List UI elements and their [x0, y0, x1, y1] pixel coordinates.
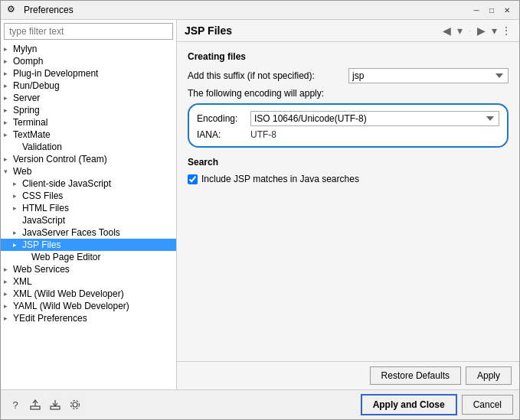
- settings-icon: [69, 399, 81, 411]
- sidebar-item-xml[interactable]: ▸XML: [1, 275, 176, 288]
- encoding-box: Encoding: ISO 10646/Unicode(UTF-8) UTF-8…: [188, 103, 509, 148]
- tree-arrow: ▸: [13, 229, 22, 236]
- export-icon: [29, 399, 41, 411]
- apply-button[interactable]: Apply: [466, 366, 512, 385]
- title-bar: ⚙ Preferences ─ □ ✕: [1, 1, 519, 20]
- settings-icon-button[interactable]: [67, 396, 83, 413]
- filter-input[interactable]: [4, 23, 173, 40]
- forward-button[interactable]: ▶: [475, 24, 488, 37]
- svg-point-5: [71, 401, 80, 409]
- svg-rect-0: [31, 406, 40, 409]
- nav-separator: ·: [469, 25, 471, 36]
- search-section: Search Include JSP matches in Java searc…: [188, 157, 509, 184]
- tree-item-label: YAML (Wild Web Developer): [13, 301, 173, 311]
- sidebar-item-yedit[interactable]: ▸YEdit Preferences: [1, 312, 176, 324]
- sidebar-item-textmate[interactable]: ▸TextMate: [1, 129, 176, 141]
- sidebar-item-validation[interactable]: Validation: [1, 141, 176, 153]
- right-header: JSP Files ◀ ▾ · ▶ ▾ ⋮: [177, 20, 519, 42]
- tree-item-label: XML (Wild Web Developer): [13, 288, 173, 299]
- sidebar-item-web-services[interactable]: ▸Web Services: [1, 263, 176, 275]
- tree-arrow: ▸: [13, 204, 22, 212]
- tree-item-label: JavaServer Faces Tools: [22, 227, 173, 238]
- help-icon-button[interactable]: ?: [7, 396, 24, 413]
- tree-item-label: Web: [13, 166, 173, 177]
- suffix-label: Add this suffix (if not specified):: [188, 70, 348, 81]
- tree-arrow: ▸: [4, 302, 13, 310]
- sidebar-item-mylyn[interactable]: ▸Mylyn: [1, 43, 176, 55]
- tree-arrow: ▸: [4, 155, 13, 163]
- sidebar-item-javaserver-faces[interactable]: ▸JavaServer Faces Tools: [1, 226, 176, 239]
- apply-close-button[interactable]: Apply and Close: [361, 394, 457, 415]
- tree-item-label: YEdit Preferences: [13, 313, 173, 324]
- tree-item-label: Validation: [22, 142, 173, 152]
- sidebar-item-web-page-editor[interactable]: Web Page Editor: [1, 251, 176, 263]
- tree-arrow: ▸: [4, 94, 13, 102]
- sidebar-item-terminal[interactable]: ▸Terminal: [1, 116, 176, 129]
- sidebar-item-oomph[interactable]: ▸Oomph: [1, 55, 176, 67]
- tree-item-label: Plug-in Development: [13, 68, 173, 79]
- sidebar-item-javascript[interactable]: JavaScript: [1, 214, 176, 226]
- tree-item-label: HTML Files: [22, 203, 173, 213]
- right-footer: Restore Defaults Apply: [177, 361, 519, 389]
- sidebar-item-web[interactable]: ▾Web: [1, 165, 176, 177]
- sidebar-item-xml-wild[interactable]: ▸XML (Wild Web Developer): [1, 288, 176, 300]
- tree-item-label: CSS Files: [22, 190, 173, 201]
- app-icon: ⚙: [7, 4, 19, 16]
- encoding-select[interactable]: ISO 10646/Unicode(UTF-8) UTF-8 ISO-8859-…: [250, 111, 499, 126]
- nav-buttons: ◀ ▾ · ▶ ▾ ⋮: [440, 24, 512, 37]
- tree-item-label: Server: [13, 93, 173, 103]
- sidebar-item-version-control[interactable]: ▸Version Control (Team): [1, 153, 176, 165]
- right-content: Creating files Add this suffix (if not s…: [177, 42, 519, 361]
- sidebar-item-yaml-wild[interactable]: ▸YAML (Wild Web Developer): [1, 300, 176, 312]
- tree-item-label: Client-side JavaScript: [22, 178, 173, 189]
- tree-arrow: ▸: [4, 290, 13, 298]
- forward-dropdown-button[interactable]: ▾: [489, 24, 499, 37]
- iana-row: IANA: UTF-8: [197, 129, 499, 140]
- tree-arrow: ▸: [4, 131, 13, 138]
- back-dropdown-button[interactable]: ▾: [455, 24, 465, 37]
- encoding-row: Encoding: ISO 10646/Unicode(UTF-8) UTF-8…: [197, 111, 499, 126]
- close-button[interactable]: ✕: [501, 4, 513, 16]
- back-button[interactable]: ◀: [440, 24, 453, 37]
- tree-arrow: ▸: [4, 106, 13, 114]
- tree-arrow: ▾: [4, 168, 13, 175]
- sidebar-item-html-files[interactable]: ▸HTML Files: [1, 202, 176, 214]
- tree-arrow: ▸: [4, 45, 13, 53]
- sidebar-item-jsp-files[interactable]: ▸JSP Files: [1, 239, 176, 251]
- tree-item-label: Run/Debug: [13, 80, 173, 91]
- panel-menu-button[interactable]: ⋮: [501, 24, 512, 37]
- search-title: Search: [188, 157, 509, 168]
- cancel-button[interactable]: Cancel: [462, 395, 513, 415]
- sidebar-item-css-files[interactable]: ▸CSS Files: [1, 190, 176, 202]
- tree-arrow: ▸: [4, 119, 13, 126]
- tree-arrow: ▸: [4, 70, 13, 77]
- panel-title: JSP Files: [185, 24, 440, 37]
- sidebar-item-spring[interactable]: ▸Spring: [1, 104, 176, 116]
- maximize-button[interactable]: □: [486, 4, 498, 16]
- sidebar-item-plugin-development[interactable]: ▸Plug-in Development: [1, 67, 176, 80]
- svg-point-4: [73, 402, 77, 407]
- window-title: Preferences: [24, 5, 470, 15]
- tree-item-label: Mylyn: [13, 44, 173, 54]
- suffix-row: Add this suffix (if not specified): jsp …: [188, 68, 509, 83]
- import-icon: [49, 399, 61, 411]
- tree-item-label: XML: [13, 276, 173, 287]
- tree-item-label: Spring: [13, 105, 173, 116]
- sidebar-item-client-side-js[interactable]: ▸Client-side JavaScript: [1, 177, 176, 190]
- bottom-bar: ? Apply and Close Cancel: [1, 389, 519, 419]
- tree-arrow: ▸: [13, 192, 22, 200]
- tree-arrow: ▸: [13, 180, 22, 187]
- export-icon-button[interactable]: [27, 396, 44, 413]
- jsp-search-checkbox[interactable]: [188, 174, 198, 184]
- minimize-button[interactable]: ─: [470, 4, 482, 16]
- import-icon-button[interactable]: [47, 396, 64, 413]
- iana-value: UTF-8: [250, 129, 276, 140]
- sidebar-item-run-debug[interactable]: ▸Run/Debug: [1, 80, 176, 92]
- sidebar-item-server[interactable]: ▸Server: [1, 92, 176, 104]
- restore-defaults-button[interactable]: Restore Defaults: [370, 366, 461, 385]
- tree-item-label: Web Services: [13, 264, 173, 275]
- suffix-select[interactable]: jsp jspx: [348, 68, 509, 83]
- tree-arrow: ▸: [4, 265, 13, 273]
- iana-label: IANA:: [197, 129, 250, 140]
- encoding-note: The following encoding will apply:: [188, 88, 509, 99]
